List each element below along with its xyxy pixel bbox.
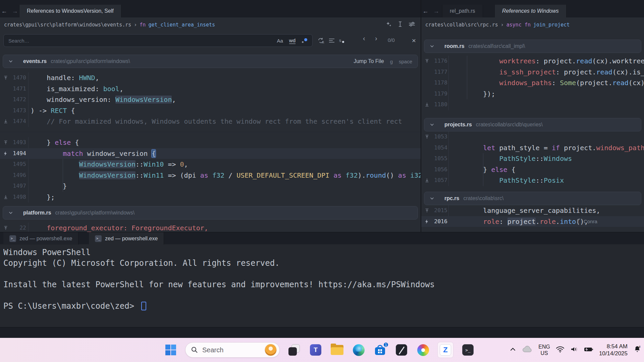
- search-input[interactable]: Search… Aa wd: [3, 34, 313, 47]
- edge-browser-button[interactable]: [352, 343, 366, 357]
- colorful-pinwheel-app-button[interactable]: [416, 343, 430, 357]
- code-line[interactable]: 1495 WindowsVersion::Win10 => 0,: [0, 159, 421, 170]
- code-line[interactable]: 1053: [421, 131, 644, 142]
- code-line[interactable]: 1471 is_maximized: bool,: [0, 83, 421, 95]
- text-cursor-icon[interactable]: [398, 21, 402, 28]
- code-text: handle: HWND,: [31, 72, 99, 83]
- chevron-down-icon[interactable]: [430, 44, 434, 49]
- code-line[interactable]: 1176 worktrees: project.read(cx).worktre…: [421, 56, 644, 67]
- line-number: 1474: [0, 116, 26, 127]
- code-line[interactable]: 2016 role: project.role.into(),Conra: [421, 216, 644, 227]
- windows-terminal-button[interactable]: >_: [461, 343, 475, 357]
- chevron-down-icon[interactable]: [8, 210, 13, 215]
- excerpt-header[interactable]: events.rscrates\gpui\src\platform\window…: [3, 55, 418, 68]
- code-line[interactable]: 1056 } else {: [421, 164, 644, 175]
- line-number: 1470: [0, 72, 26, 83]
- terminal-tab-2[interactable]: >_ zed — powershell.exe: [89, 232, 164, 245]
- symbol-search-icon[interactable]: s: [337, 35, 347, 46]
- line-number: 1057: [421, 175, 447, 186]
- inline-assist-sparkle-icon[interactable]: [386, 21, 392, 28]
- next-match-button[interactable]: ›: [375, 35, 377, 42]
- code-line[interactable]: 1057 PathStyle::Posix: [421, 175, 644, 186]
- zed-app-button-active[interactable]: Z: [437, 342, 453, 358]
- folder-icon: [331, 345, 343, 355]
- breadcrumb[interactable]: crates\gpui\src\platform\windows\events.…: [4, 17, 215, 32]
- forward-arrow-icon[interactable]: →: [12, 8, 18, 15]
- code-line[interactable]: 2015 language_server_capabilities,: [421, 205, 644, 216]
- task-view-button[interactable]: [287, 343, 301, 357]
- chevron-down-icon[interactable]: [8, 59, 13, 64]
- colorful-pinwheel-icon: [417, 344, 429, 356]
- collaborator-label[interactable]: Conra: [576, 216, 597, 227]
- jump-to-file-button[interactable]: Jump To File: [354, 58, 384, 64]
- code-line[interactable]: 1473) -> RECT {: [0, 105, 421, 116]
- search-icon: [191, 346, 198, 354]
- back-arrow-icon[interactable]: ←: [1, 8, 7, 15]
- replace-toggle-icon[interactable]: R: [316, 35, 326, 46]
- excerpt-header[interactable]: projects.rscrates\collab\src\db\queries\: [424, 118, 641, 131]
- code-excerpt: 1176 worktrees: project.read(cx).worktre…: [421, 56, 644, 110]
- code-line[interactable]: 1497 }: [0, 181, 421, 192]
- code-line[interactable]: 1474 // For maximized windows, Windows o…: [0, 116, 421, 127]
- edge-icon: [353, 344, 365, 356]
- teams-button[interactable]: T: [309, 343, 323, 357]
- code-line[interactable]: 1179 });: [421, 88, 644, 100]
- whole-word-toggle[interactable]: wd: [289, 38, 296, 44]
- case-sensitive-toggle[interactable]: Aa: [277, 38, 283, 44]
- code-line[interactable]: 1177 is_ssh_project: project.read(cx).is…: [421, 67, 644, 78]
- code-line[interactable]: 1498 };: [0, 192, 421, 203]
- code-line[interactable]: 1494 match windows_version {: [0, 148, 421, 159]
- right-editor-pane: ← → rel_path.rs References to Windows cr…: [421, 0, 644, 232]
- regex-toggle-icon[interactable]: [302, 38, 308, 43]
- code-line[interactable]: 22 foreground_executor: ForegroundExecut…: [0, 223, 421, 232]
- task-view-icon: [288, 344, 300, 356]
- terminal-line: [3, 290, 644, 301]
- tab-references-windowsversion[interactable]: References to WindowsVersion, Self: [19, 5, 121, 17]
- line-number: 1495: [0, 159, 26, 170]
- filter-lines-icon[interactable]: [327, 35, 337, 46]
- code-line[interactable]: 1470 handle: HWND,: [0, 72, 421, 83]
- clock[interactable]: 8:54 AM 10/14/2025: [599, 343, 628, 357]
- tab-references-windows[interactable]: References to Windows: [494, 5, 567, 17]
- breadcrumb[interactable]: crates\collab\src\rpc.rs › async fn join…: [425, 17, 570, 32]
- code-line[interactable]: 1178 windows_paths: Some(project.read(cx…: [421, 77, 644, 88]
- taskbar-search-label: Search: [202, 346, 261, 354]
- tab-rel-path[interactable]: rel_path.rs: [442, 5, 483, 17]
- tray-chevron-up-icon[interactable]: [509, 347, 516, 353]
- forward-arrow-icon[interactable]: →: [433, 8, 439, 15]
- terminal-icon: >_: [9, 235, 16, 242]
- terminal-tab-1[interactable]: >_ zed — powershell.exe: [3, 232, 78, 245]
- excerpt-header[interactable]: room.rscrates\call\src\call_impl\: [424, 40, 641, 53]
- close-search-icon[interactable]: ×: [412, 36, 416, 45]
- editor-controls-sliders-icon[interactable]: [409, 21, 415, 28]
- wifi-icon[interactable]: [556, 346, 565, 354]
- excerpt-header[interactable]: rpc.rscrates\collab\src\: [424, 192, 641, 205]
- back-arrow-icon[interactable]: ←: [423, 8, 429, 15]
- prev-match-button[interactable]: ‹: [363, 35, 365, 42]
- code-line[interactable]: 1180: [421, 99, 644, 110]
- notification-bell-dnd-icon[interactable]: z: [633, 345, 642, 355]
- onedrive-cloud-icon[interactable]: [522, 346, 533, 354]
- terminal-output[interactable]: Windows PowerShellCopyright (C) Microsof…: [3, 244, 644, 327]
- taskbar-search-box[interactable]: Search: [185, 342, 280, 358]
- excerpt-divider: [0, 132, 421, 132]
- code-line[interactable]: 1055 PathStyle::Windows: [421, 153, 644, 164]
- language-indicator[interactable]: ENG US: [538, 344, 550, 356]
- microsoft-store-button[interactable]: 1: [373, 343, 387, 357]
- battery-charging-icon[interactable]: [584, 346, 593, 354]
- excerpt-header[interactable]: platform.rscrates\gpui\src\platform\wind…: [3, 206, 418, 220]
- dark-diagonal-app-button[interactable]: [394, 343, 409, 357]
- file-explorer-button[interactable]: [330, 343, 344, 357]
- desktop-screen: ← → References to WindowsVersion, Self c…: [0, 0, 644, 362]
- code-line[interactable]: 1472 windows_version: WindowsVersion,: [0, 94, 421, 105]
- volume-icon[interactable]: [570, 346, 578, 354]
- code-line[interactable]: 1496 WindowsVersion::Win11 => (dpi as f3…: [0, 170, 421, 181]
- start-button[interactable]: [164, 343, 178, 357]
- left-multibuffer-editor[interactable]: events.rscrates\gpui\src\platform\window…: [0, 50, 421, 232]
- chevron-down-icon[interactable]: [430, 122, 434, 127]
- right-multibuffer-editor[interactable]: room.rscrates\call\src\call_impl\1176 wo…: [421, 32, 644, 232]
- excerpt-path: crates\collab\src\: [463, 195, 503, 201]
- chevron-down-icon[interactable]: [430, 196, 434, 201]
- code-line[interactable]: 1054 let path_style = if project.windows…: [421, 142, 644, 154]
- code-line[interactable]: 1493 } else {: [0, 137, 421, 148]
